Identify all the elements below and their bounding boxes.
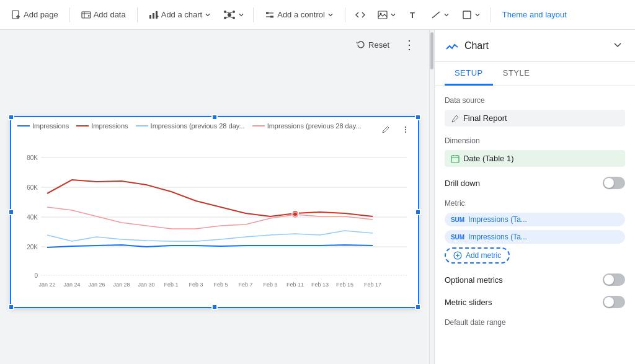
dimension-value: Date (Table 1) xyxy=(463,154,514,163)
add-control-icon xyxy=(265,10,275,20)
theme-layout-button[interactable]: Theme and layout xyxy=(496,6,573,23)
svg-text:40K: 40K xyxy=(27,214,38,221)
resize-handle-mr[interactable] xyxy=(415,209,421,215)
image-button[interactable] xyxy=(373,6,401,24)
datasource-value: Final Report xyxy=(463,113,507,123)
add-page-button[interactable]: Add page xyxy=(5,6,64,24)
chevron-down-icon-panel xyxy=(613,40,623,50)
scrollbar[interactable] xyxy=(429,30,434,364)
more-options-button[interactable]: ⋮ xyxy=(399,35,419,55)
line-icon xyxy=(431,10,441,20)
default-date-range-label: Default date range xyxy=(445,318,625,327)
optional-metrics-label: Optional metrics xyxy=(445,275,503,285)
add-chart-icon xyxy=(149,10,159,20)
chart-widget[interactable]: Impressions Impressions Impressions (pre… xyxy=(10,116,419,308)
svg-text:Feb 5: Feb 5 xyxy=(213,282,228,288)
svg-rect-58 xyxy=(451,156,459,162)
add-metric-button[interactable]: Add metric xyxy=(445,247,510,264)
legend-line-3 xyxy=(136,125,148,127)
resize-handle-tl[interactable] xyxy=(8,114,14,120)
metric-sliders-toggle[interactable] xyxy=(603,296,625,308)
action-bar: Reset ⋮ xyxy=(0,30,429,60)
svg-rect-10 xyxy=(156,11,158,19)
shape-icon xyxy=(462,10,472,20)
dimension-chip[interactable]: Date (Table 1) xyxy=(445,150,625,167)
calendar-icon xyxy=(451,154,460,163)
resize-handle-bl[interactable] xyxy=(8,304,14,310)
drill-down-toggle[interactable] xyxy=(603,177,625,189)
svg-point-33 xyxy=(405,131,406,132)
divider-5 xyxy=(491,7,491,22)
chart-legend: Impressions Impressions Impressions (pre… xyxy=(16,122,413,130)
chevron-down-icon-5 xyxy=(443,12,450,18)
svg-text:Jan 22: Jan 22 xyxy=(38,282,55,288)
metric-chip-1[interactable]: SUM Impressions (Ta... xyxy=(445,213,625,226)
metric-sum-2: SUM xyxy=(451,234,464,241)
reset-button[interactable]: Reset xyxy=(351,37,394,52)
community-icon xyxy=(223,9,236,21)
legend-label-2: Impressions xyxy=(91,122,128,130)
metric-chip-2[interactable]: SUM Impressions (Ta... xyxy=(445,230,625,244)
pencil-icon xyxy=(381,125,390,134)
edit-chart-button[interactable] xyxy=(377,121,394,138)
optional-metrics-toggle[interactable] xyxy=(603,273,625,286)
panel-chart-icon xyxy=(445,38,460,53)
resize-handle-tm[interactable] xyxy=(211,114,218,120)
dimension-section: Dimension Date (Table 1) xyxy=(445,136,625,167)
datasource-section: Data source Final Report xyxy=(445,96,625,127)
legend-line-4 xyxy=(252,125,265,127)
more-vert-icon xyxy=(401,125,410,134)
theme-layout-label: Theme and layout xyxy=(502,10,567,19)
svg-text:T: T xyxy=(410,11,415,20)
tab-setup[interactable]: SETUP xyxy=(445,62,493,86)
svg-text:Feb 1: Feb 1 xyxy=(164,282,178,288)
chart-widget-actions xyxy=(377,121,414,138)
svg-rect-30 xyxy=(463,11,471,19)
legend-item-1: Impressions xyxy=(17,122,69,130)
chevron-down-icon-6 xyxy=(474,12,481,18)
resize-handle-bm[interactable] xyxy=(211,304,218,310)
svg-text:Jan 30: Jan 30 xyxy=(138,282,154,288)
add-control-button[interactable]: Add a control xyxy=(259,6,340,24)
metric-value-1: Impressions (Ta... xyxy=(468,215,527,224)
code-icon xyxy=(355,10,365,20)
add-metric-label: Add metric xyxy=(466,251,501,260)
panel-content: Data source Final Report Dimension xyxy=(435,86,635,364)
metric-sliders-row: Metric sliders xyxy=(445,296,625,308)
resize-handle-tr[interactable] xyxy=(415,114,421,120)
legend-item-4: Impressions (previous 28 day... xyxy=(252,122,362,130)
datasource-chip[interactable]: Final Report xyxy=(445,110,625,127)
scrollbar-thumb[interactable] xyxy=(430,32,433,69)
add-chart-button[interactable]: Add a chart xyxy=(143,6,218,24)
metric-value-2: Impressions (Ta... xyxy=(468,233,527,241)
legend-item-3: Impressions (previous 28 day... xyxy=(136,122,245,130)
shape-button[interactable] xyxy=(457,6,486,24)
community-connectors-button[interactable] xyxy=(220,5,248,25)
resize-handle-br[interactable] xyxy=(415,304,421,310)
divider-3 xyxy=(253,7,254,22)
svg-line-29 xyxy=(432,12,440,18)
divider-4 xyxy=(345,7,345,22)
tab-setup-label: SETUP xyxy=(455,68,483,78)
resize-handle-ml[interactable] xyxy=(8,209,14,215)
svg-text:80K: 80K xyxy=(27,154,38,161)
panel-tabs: SETUP STYLE xyxy=(435,62,635,86)
add-chart-label: Add a chart xyxy=(161,10,203,19)
line-button[interactable] xyxy=(426,6,455,24)
add-data-icon xyxy=(81,10,91,20)
svg-text:Feb 13: Feb 13 xyxy=(311,282,329,288)
legend-label-1: Impressions xyxy=(32,122,69,130)
text-button[interactable]: T xyxy=(404,6,424,24)
panel-expand-button[interactable] xyxy=(610,37,625,54)
svg-text:Feb 9: Feb 9 xyxy=(263,282,277,288)
svg-text:Feb 11: Feb 11 xyxy=(286,282,304,288)
code-button[interactable] xyxy=(350,6,370,24)
add-data-button[interactable]: Add data xyxy=(75,6,132,24)
right-panel: Chart SETUP STYLE Data source xyxy=(434,30,635,364)
chart-more-button[interactable] xyxy=(397,121,414,138)
reset-icon xyxy=(356,40,366,50)
svg-text:60K: 60K xyxy=(27,184,38,191)
svg-text:0: 0 xyxy=(34,272,38,279)
svg-text:Jan 24: Jan 24 xyxy=(63,282,80,288)
tab-style[interactable]: STYLE xyxy=(493,62,540,86)
